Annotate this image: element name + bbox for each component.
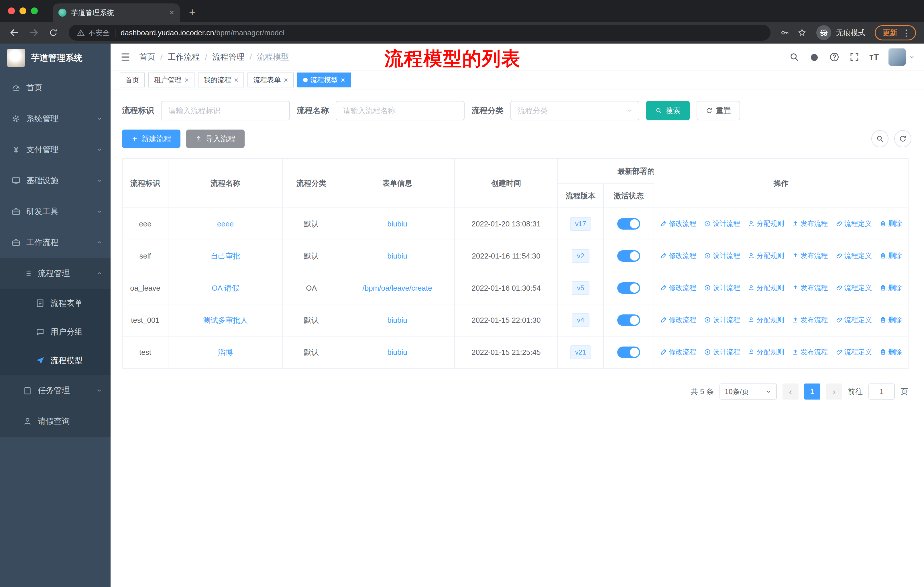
tag-home[interactable]: 首页 xyxy=(120,73,145,88)
font-size-icon[interactable]: тT xyxy=(869,52,879,62)
sidebar-item-payment[interactable]: ¥ 支付管理 xyxy=(0,134,111,165)
sidebar-item-devtools[interactable]: 研发工具 xyxy=(0,196,111,227)
sidebar-item-home[interactable]: 首页 xyxy=(0,72,111,103)
process-name-input[interactable] xyxy=(336,101,465,121)
delete-process-link[interactable]: 删除 xyxy=(879,315,902,324)
window-minimize-button[interactable] xyxy=(20,7,26,14)
password-key-button[interactable] xyxy=(777,25,792,40)
deploy-process-link[interactable]: 发布流程 xyxy=(792,283,828,293)
deploy-process-link[interactable]: 发布流程 xyxy=(792,347,828,357)
deploy-process-link[interactable]: 发布流程 xyxy=(792,251,828,260)
design-process-link[interactable]: 设计流程 xyxy=(704,219,740,228)
browser-menu-icon[interactable]: ⋮ xyxy=(899,28,911,38)
delete-process-link[interactable]: 删除 xyxy=(879,283,902,293)
assign-rule-link[interactable]: 分配规则 xyxy=(748,347,784,357)
github-icon[interactable] xyxy=(809,52,820,62)
active-toggle[interactable] xyxy=(617,218,640,230)
security-chip[interactable]: 不安全 xyxy=(77,28,110,38)
close-icon[interactable]: × xyxy=(234,76,238,84)
help-icon[interactable] xyxy=(829,52,840,62)
toggle-search-button[interactable] xyxy=(871,130,888,147)
edit-process-link[interactable]: 修改流程 xyxy=(660,219,696,228)
bookmark-star-button[interactable] xyxy=(795,25,809,40)
edit-process-link[interactable]: 修改流程 xyxy=(660,283,696,293)
model-name-link[interactable]: eeee xyxy=(217,220,234,228)
design-process-link[interactable]: 设计流程 xyxy=(704,283,740,293)
process-definition-link[interactable]: 流程定义 xyxy=(836,283,872,293)
assign-rule-link[interactable]: 分配规则 xyxy=(748,315,784,324)
category-select[interactable]: 流程分类 xyxy=(510,101,639,121)
next-page-button[interactable]: › xyxy=(826,384,842,400)
assign-rule-link[interactable]: 分配规则 xyxy=(748,283,784,293)
sidebar-item-infra[interactable]: 基础设施 xyxy=(0,165,111,196)
browser-tab[interactable]: 芋道管理系统 × xyxy=(53,3,180,22)
sidebar-item-process-mgmt[interactable]: 流程管理 xyxy=(0,258,111,289)
process-definition-link[interactable]: 流程定义 xyxy=(836,251,872,260)
user-menu[interactable] xyxy=(888,48,915,66)
prev-page-button[interactable]: ‹ xyxy=(782,384,799,400)
form-link[interactable]: biubiu xyxy=(387,220,407,228)
assign-rule-link[interactable]: 分配规则 xyxy=(748,219,784,228)
design-process-link[interactable]: 设计流程 xyxy=(704,347,740,357)
tab-close-icon[interactable]: × xyxy=(170,8,174,17)
delete-process-link[interactable]: 删除 xyxy=(879,347,902,357)
search-icon[interactable] xyxy=(789,52,799,62)
model-name-link[interactable]: 测试多审批人 xyxy=(203,316,248,324)
active-toggle[interactable] xyxy=(617,282,640,294)
window-close-button[interactable] xyxy=(8,7,15,14)
back-button[interactable] xyxy=(6,24,23,41)
form-link[interactable]: /bpm/oa/leave/create xyxy=(363,284,432,293)
delete-process-link[interactable]: 删除 xyxy=(879,219,902,228)
new-tab-button[interactable]: + xyxy=(189,6,195,18)
active-toggle[interactable] xyxy=(617,314,640,326)
model-name-link[interactable]: 滔博 xyxy=(218,348,233,357)
process-definition-link[interactable]: 流程定义 xyxy=(836,219,872,228)
breadcrumb-workflow[interactable]: 工作流程 xyxy=(168,51,200,63)
model-name-link[interactable]: OA 请假 xyxy=(212,284,239,293)
fullscreen-icon[interactable] xyxy=(849,52,860,62)
address-bar[interactable]: 不安全 dashboard.yudao.iocoder.cn/bpm/manag… xyxy=(69,25,771,41)
edit-process-link[interactable]: 修改流程 xyxy=(660,251,696,260)
refresh-table-button[interactable] xyxy=(894,130,911,147)
create-process-button[interactable]: 新建流程 xyxy=(122,129,180,148)
page-size-select[interactable]: 10条/页 xyxy=(719,384,777,400)
reload-button[interactable] xyxy=(45,24,62,41)
deploy-process-link[interactable]: 发布流程 xyxy=(792,219,828,228)
design-process-link[interactable]: 设计流程 xyxy=(704,251,740,260)
forward-button[interactable] xyxy=(25,24,42,41)
sidebar-item-user-group[interactable]: 用户分组 xyxy=(0,317,111,346)
sidebar-item-task-mgmt[interactable]: 任务管理 xyxy=(0,375,111,406)
process-definition-link[interactable]: 流程定义 xyxy=(836,315,872,324)
form-link[interactable]: biubiu xyxy=(387,348,407,357)
goto-page-input[interactable] xyxy=(868,384,895,400)
tag-my-process[interactable]: 我的流程× xyxy=(198,73,244,88)
active-toggle[interactable] xyxy=(617,347,640,358)
chrome-update-pill[interactable]: 更新 ⋮ xyxy=(875,25,916,40)
sidebar-item-process-model[interactable]: 流程模型 xyxy=(0,346,111,375)
search-button[interactable]: 搜索 xyxy=(646,101,690,121)
close-icon[interactable]: × xyxy=(284,76,288,84)
tag-tenant[interactable]: 租户管理× xyxy=(148,73,195,88)
form-link[interactable]: biubiu xyxy=(387,251,407,260)
sidebar-toggle-icon[interactable] xyxy=(120,51,131,63)
form-link[interactable]: biubiu xyxy=(387,316,407,324)
sidebar-item-workflow[interactable]: 工作流程 xyxy=(0,227,111,258)
active-toggle[interactable] xyxy=(617,250,640,262)
tag-process-model[interactable]: 流程模型× xyxy=(297,73,351,88)
reset-button[interactable]: 重置 xyxy=(696,101,740,121)
process-key-input[interactable] xyxy=(161,101,290,121)
tag-process-form[interactable]: 流程表单× xyxy=(248,73,294,88)
sidebar-item-leave-query[interactable]: 请假查询 xyxy=(0,406,111,437)
model-name-link[interactable]: 自己审批 xyxy=(211,251,240,260)
import-process-button[interactable]: 导入流程 xyxy=(186,129,244,148)
process-definition-link[interactable]: 流程定义 xyxy=(836,347,872,357)
sidebar-item-process-form[interactable]: 流程表单 xyxy=(0,289,111,317)
deploy-process-link[interactable]: 发布流程 xyxy=(792,315,828,324)
window-zoom-button[interactable] xyxy=(31,7,38,14)
close-icon[interactable]: × xyxy=(185,76,189,84)
breadcrumb-process-mgmt[interactable]: 流程管理 xyxy=(213,51,244,63)
breadcrumb-home[interactable]: 首页 xyxy=(139,51,155,63)
current-page-button[interactable]: 1 xyxy=(804,384,820,400)
edit-process-link[interactable]: 修改流程 xyxy=(660,315,696,324)
close-icon[interactable]: × xyxy=(341,76,345,84)
